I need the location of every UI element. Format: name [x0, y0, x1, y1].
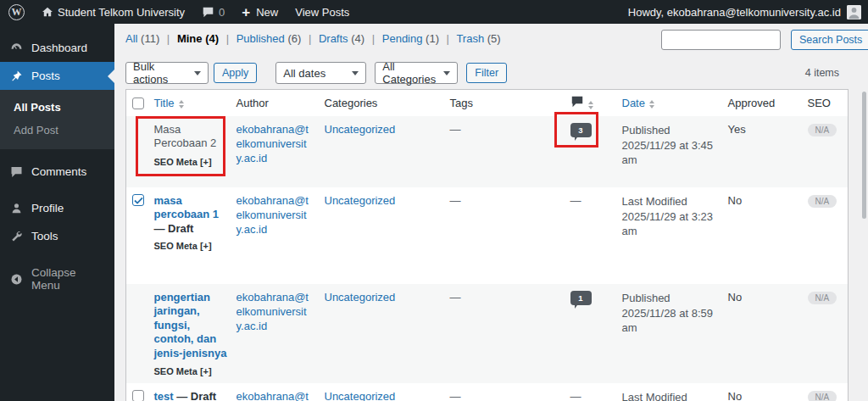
view-posts-link[interactable]: View Posts — [287, 0, 358, 24]
avatar — [847, 5, 861, 19]
seo-badge: N/A — [808, 124, 837, 136]
comments-icon — [10, 166, 23, 178]
row-checkbox[interactable] — [132, 194, 144, 206]
category-link[interactable]: Uncategorized — [325, 194, 396, 209]
post-state: — Draft — [154, 222, 194, 235]
profile-icon — [10, 202, 23, 214]
date-value: 2025/11/29 at 3:23 am — [622, 210, 713, 238]
sidebar-item-label: Posts — [31, 70, 60, 82]
tags-value: — — [450, 123, 461, 136]
table-header-row: Title Author Categories Tags Date Approv… — [126, 90, 849, 117]
author-header: Author — [236, 97, 269, 109]
date-value: 2025/11/29 at 3:45 am — [622, 139, 713, 167]
post-title[interactable]: Masa Percobaan 2 — [154, 123, 228, 151]
approved-value: No — [728, 390, 743, 401]
collapse-arrow-icon — [10, 273, 23, 286]
new-content-button[interactable]: + New — [233, 0, 287, 24]
posts-list-screen: All (11) | Mine (4) | Published (6) | Dr… — [114, 24, 868, 401]
filter-mine[interactable]: Mine (4) — [177, 32, 219, 45]
site-name-link[interactable]: Student Telkom University — [33, 0, 193, 24]
filter-all[interactable]: All — [125, 32, 137, 45]
wordpress-logo-icon[interactable]: W — [0, 0, 33, 24]
approved-header: Approved — [728, 97, 776, 109]
search-posts-button[interactable]: Search Posts — [791, 30, 868, 50]
posts-table: Title Author Categories Tags Date Approv… — [125, 89, 849, 401]
home-icon — [42, 6, 53, 18]
sort-arrows-icon — [588, 101, 593, 109]
sort-arrows-icon — [179, 100, 184, 109]
sort-arrows-icon — [649, 100, 654, 109]
table-row: Masa Percobaan 2 SEO Meta [+] ekobahrana… — [126, 116, 849, 187]
table-row: test — Draft ekobahrana@telkomuniversity… — [126, 383, 849, 401]
category-link[interactable]: Uncategorized — [325, 291, 396, 305]
chevron-down-icon — [352, 71, 359, 75]
comment-count-bubble[interactable]: 1 — [570, 291, 592, 305]
author-link[interactable]: ekobahrana@telkomuniversity.ac.id — [236, 390, 314, 401]
filter-pending[interactable]: Pending — [382, 32, 423, 45]
sidebar-item-label: Profile — [31, 202, 64, 214]
seo-badge: N/A — [808, 292, 837, 304]
post-title-link[interactable]: pengertian jaringan, fungsi, contoh, dan… — [154, 291, 227, 359]
row-checkbox[interactable] — [132, 390, 144, 401]
dates-filter-select[interactable]: All dates — [275, 62, 366, 84]
author-link[interactable]: ekobahrana@telkomuniversity.ac.id — [236, 123, 314, 166]
sidebar-item-all-posts[interactable]: All Posts — [0, 96, 114, 119]
comment-count-bubble[interactable]: 3 — [570, 123, 592, 137]
seo-badge: N/A — [808, 195, 837, 208]
plus-icon: + — [242, 5, 250, 19]
category-link[interactable]: Uncategorized — [325, 123, 396, 137]
sidebar-item-profile[interactable]: Profile — [0, 194, 114, 222]
filter-button[interactable]: Filter — [466, 63, 507, 83]
select-all-checkbox[interactable] — [132, 97, 144, 109]
sidebar-item-posts[interactable]: Posts — [0, 62, 114, 90]
categories-filter-select[interactable]: All Categories — [375, 62, 458, 84]
sort-comments-header[interactable] — [570, 96, 584, 108]
admin-bar-comments[interactable]: 0 — [193, 0, 233, 24]
comment-bubble-icon — [570, 96, 584, 108]
author-link[interactable]: ekobahrana@telkomuniversity.ac.id — [236, 291, 314, 334]
tags-value: — — [450, 194, 461, 207]
admin-bar: W Student Telkom University 0 + New View… — [0, 0, 868, 24]
sidebar-item-dashboard[interactable]: Dashboard — [0, 34, 114, 62]
approved-value: No — [728, 194, 743, 207]
category-link[interactable]: Uncategorized — [325, 390, 396, 401]
bulk-actions-select[interactable]: Bulk actions — [125, 62, 209, 84]
items-count: 4 items — [805, 67, 839, 79]
scrollbar-thumb[interactable] — [862, 92, 866, 219]
seo-meta-toggle[interactable]: SEO Meta [+] — [154, 241, 228, 251]
sidebar-item-collapse-menu[interactable]: Collapse Menu — [0, 259, 114, 299]
date-status: Published — [622, 292, 670, 304]
chevron-down-icon — [194, 71, 201, 75]
account-menu[interactable]: Howdy, ekobahrana@telkomuniversity.ac.id — [628, 0, 868, 24]
sort-date-header[interactable]: Date — [622, 97, 645, 109]
pushpin-icon — [10, 70, 23, 82]
checkmark-icon — [134, 197, 143, 204]
approved-value: No — [728, 291, 743, 304]
filter-published[interactable]: Published — [236, 32, 285, 45]
filter-trash[interactable]: Trash — [456, 32, 484, 45]
seo-meta-toggle[interactable]: SEO Meta [+] — [154, 366, 228, 376]
apply-button[interactable]: Apply — [214, 63, 257, 83]
sort-title-header[interactable]: Title — [154, 97, 175, 109]
comment-bubble-icon — [202, 7, 214, 18]
status-filter-links: All (11) | Mine (4) | Published (6) | Dr… — [125, 32, 501, 45]
site-name-label: Student Telkom University — [58, 6, 185, 19]
new-label: New — [256, 6, 278, 19]
post-state: — Draft — [176, 390, 216, 401]
posts-submenu: All Posts Add Post — [0, 90, 114, 149]
filter-drafts[interactable]: Drafts — [319, 32, 348, 45]
sidebar-item-label: Collapse Menu — [31, 266, 104, 292]
post-title-link[interactable]: masa percobaan 1 — [154, 194, 220, 220]
chevron-down-icon — [443, 71, 450, 75]
search-input[interactable] — [661, 30, 781, 50]
seo-meta-toggle[interactable]: SEO Meta [+] — [154, 157, 228, 167]
seo-header: SEO — [808, 97, 831, 109]
comment-count: 0 — [219, 6, 225, 19]
sidebar-item-add-post[interactable]: Add Post — [0, 119, 114, 142]
tags-header: Tags — [450, 97, 473, 109]
post-title-link[interactable]: test — [154, 390, 174, 401]
author-link[interactable]: ekobahrana@telkomuniversity.ac.id — [236, 194, 314, 237]
sidebar-item-comments[interactable]: Comments — [0, 158, 114, 186]
approved-value: Yes — [728, 123, 746, 136]
sidebar-item-tools[interactable]: Tools — [0, 222, 114, 250]
